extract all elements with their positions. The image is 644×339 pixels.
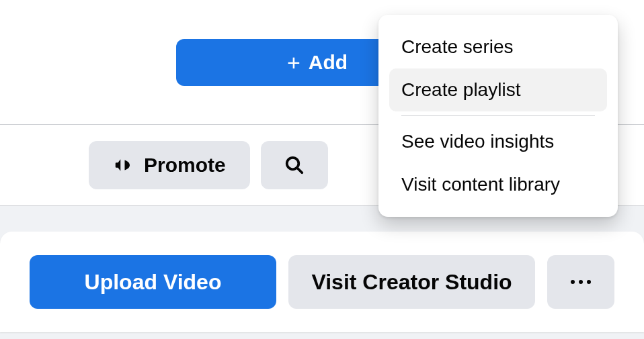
menu-create-playlist-label: Create playlist (401, 79, 520, 100)
upload-video-label: Upload Video (85, 270, 222, 295)
promote-button[interactable]: Promote (89, 141, 250, 189)
menu-visit-library[interactable]: Visit content library (389, 163, 607, 206)
menu-create-playlist[interactable]: Create playlist (389, 68, 607, 111)
visit-creator-studio-button[interactable]: Visit Creator Studio (288, 255, 535, 309)
promote-button-label: Promote (144, 154, 226, 177)
menu-see-insights-label: See video insights (401, 131, 554, 152)
megaphone-icon (113, 155, 133, 175)
bottom-section: Upload Video Visit Creator Studio (0, 206, 644, 339)
plus-icon: + (287, 51, 300, 74)
menu-create-series[interactable]: Create series (389, 26, 607, 68)
upload-video-button[interactable]: Upload Video (30, 255, 276, 309)
visit-creator-studio-label: Visit Creator Studio (311, 270, 512, 295)
action-card: Upload Video Visit Creator Studio (0, 232, 644, 332)
search-icon (284, 155, 305, 175)
more-button[interactable] (547, 255, 614, 309)
menu-see-insights[interactable]: See video insights (389, 120, 607, 163)
search-button[interactable] (261, 141, 328, 189)
menu-create-series-label: Create series (401, 36, 514, 57)
ellipsis-icon (571, 280, 591, 284)
dropdown-menu: Create series Create playlist See video … (378, 15, 618, 217)
menu-visit-library-label: Visit content library (401, 174, 560, 195)
svg-line-1 (296, 168, 302, 173)
add-button-label: Add (309, 51, 348, 74)
menu-divider (401, 115, 595, 116)
